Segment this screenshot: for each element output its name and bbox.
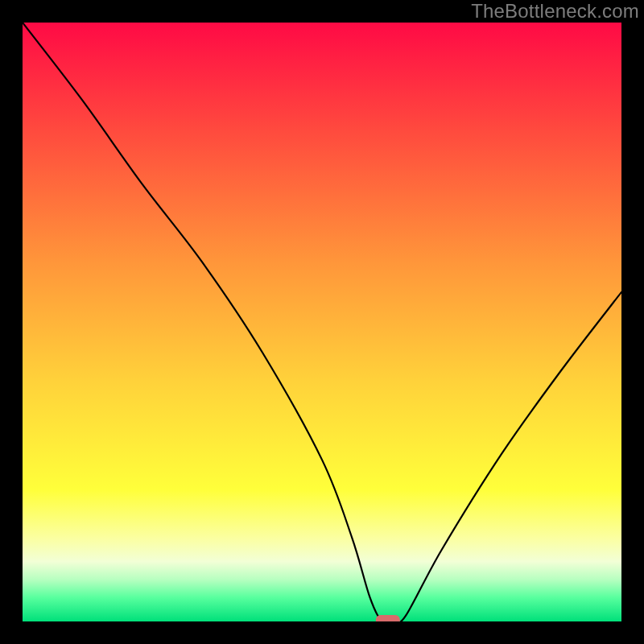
- watermark-text: TheBottleneck.com: [471, 0, 639, 23]
- chart-background-gradient: [23, 23, 621, 621]
- bottleneck-chart: [23, 23, 621, 621]
- chart-svg: [23, 23, 621, 621]
- optimum-marker: [376, 615, 400, 621]
